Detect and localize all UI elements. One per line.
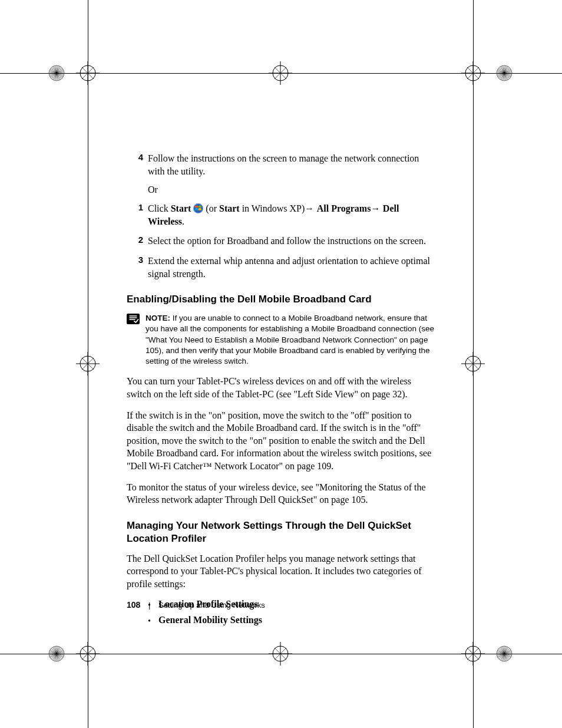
note-text: NOTE: If you are unable to connect to a …: [146, 313, 436, 367]
step-number: 2: [127, 235, 148, 248]
step-3: 3 Extend the external whip antenna and a…: [127, 255, 436, 280]
paragraph: You can turn your Tablet-PC's wireless d…: [127, 375, 436, 400]
step-number: 1: [127, 202, 148, 228]
heading-quickset: Managing Your Network Settings Through t…: [127, 519, 436, 545]
step-4: 4 Follow the instructions on the screen …: [127, 152, 436, 177]
list-item: • General Mobility Settings: [148, 615, 436, 627]
crop-line-bottom: [0, 654, 562, 654]
note-icon: [127, 314, 140, 324]
step-text: Select the option for Broadband and foll…: [148, 235, 426, 248]
bullet-text: General Mobility Settings: [158, 615, 262, 627]
page-footer: 108 | Setting Up and Using Networks: [127, 600, 265, 610]
step-text: Follow the instructions on the screen to…: [148, 152, 436, 177]
svg-point-22: [193, 203, 203, 213]
step-text: Click Start (or Start in Windows XP)→ Al…: [148, 202, 436, 228]
page-number: 108: [127, 600, 140, 610]
crop-line-right: [473, 0, 474, 728]
section-title: Setting Up and Using Networks: [158, 601, 265, 610]
note-block: NOTE: If you are unable to connect to a …: [127, 313, 436, 367]
paragraph: If the switch is in the "on" position, m…: [127, 409, 436, 473]
paragraph: To monitor the status of your wireless d…: [127, 481, 436, 506]
step-text: Extend the external whip antenna and adj…: [148, 255, 436, 280]
page-content: 4 Follow the instructions on the screen …: [127, 152, 436, 631]
crop-line-left: [88, 0, 88, 728]
step-number: 3: [127, 255, 148, 280]
step-number: 4: [127, 152, 148, 177]
footer-separator: |: [148, 601, 150, 610]
heading-enable-disable: Enabling/Disabling the Dell Mobile Broad…: [127, 293, 436, 306]
svg-rect-24: [127, 314, 140, 324]
step-2: 2 Select the option for Broadband and fo…: [127, 235, 436, 248]
or-divider: Or: [148, 185, 436, 195]
paragraph: The Dell QuickSet Location Profiler help…: [127, 552, 436, 591]
step-1: 1 Click Start (or Start in Windows XP)→ …: [127, 202, 436, 228]
windows-start-icon: [193, 203, 203, 213]
bullet-dot: •: [148, 615, 158, 627]
crop-line-top: [0, 73, 562, 74]
